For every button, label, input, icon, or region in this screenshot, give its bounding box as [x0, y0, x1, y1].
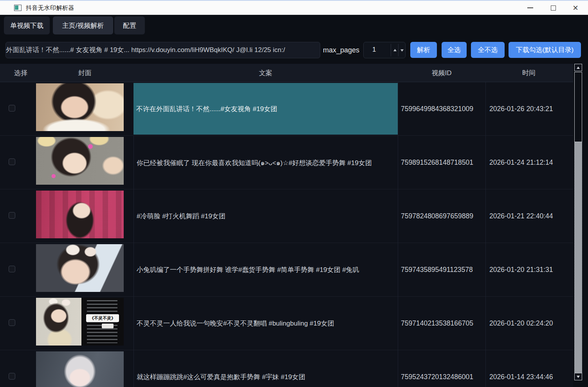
video-thumbnail[interactable] [36, 351, 124, 387]
titlebar: 抖音无水印解析器 × [0, 0, 588, 15]
video-id-cell[interactable]: 7595243720132486001 [398, 350, 485, 387]
row-checkbox[interactable] [9, 319, 15, 326]
video-thumbnail[interactable] [36, 137, 124, 185]
table-row: 《不灵不灵》 不灵不灵一人给我说一句晚安#不灵不灵翻唱 #bulingbulin… [0, 297, 573, 350]
close-icon: × [573, 3, 578, 13]
video-thumbnail[interactable] [36, 244, 124, 292]
time-cell[interactable]: 2026-01-21 22:40:44 [485, 189, 572, 243]
time-cell[interactable]: 2026-01-24 21:12:14 [485, 136, 572, 189]
video-id-cell[interactable]: 7598915268148718501 [398, 136, 485, 189]
video-thumbnail[interactable] [36, 191, 124, 238]
header-select: 选择 [5, 64, 36, 82]
video-id-cell[interactable]: 7597824808697659889 [398, 189, 485, 243]
time-cell[interactable]: 2026-01-14 23:44:46 [485, 350, 572, 387]
vertical-scrollbar[interactable] [573, 64, 588, 387]
max-pages-value: 1 [372, 46, 376, 54]
video-thumbnail[interactable] [36, 83, 124, 131]
close-button[interactable]: × [566, 1, 584, 15]
row-checkbox[interactable] [9, 158, 15, 165]
download-checked-button[interactable]: 下载勾选(默认目录) [509, 42, 581, 58]
window-title: 抖音无水印解析器 [26, 4, 74, 12]
tab-home-video-parse[interactable]: 主页/视频解析 [53, 16, 113, 34]
header-caption: 文案 [133, 64, 398, 82]
max-pages-spinner[interactable]: 1 [363, 42, 406, 58]
table-row: 你已经被我催眠了 现在你最喜欢我知道吗(๑>ᴗ<๑)☆#好想谈恋爱手势舞 #19… [0, 136, 573, 189]
app-window: 抖音无水印解析器 × 单视频下载 主页/视频解析 配置 外面乱讲话！不然....… [0, 0, 588, 387]
url-input-value: 外面乱讲话！不然......# 女友视角 # 19女... https://v.… [9, 42, 285, 58]
time-cell[interactable]: 2026-01-26 20:43:21 [485, 82, 572, 136]
tab-single-video-download[interactable]: 单视频下载 [4, 16, 50, 34]
scroll-down-icon [577, 376, 580, 378]
maximize-icon [551, 5, 556, 11]
scrollbar-thumb[interactable] [574, 72, 582, 142]
header-cover: 封面 [36, 64, 133, 82]
row-checkbox[interactable] [9, 373, 15, 380]
thumbnail-small-tag [102, 324, 114, 328]
caption-cell[interactable]: 不灵不灵一人给我说一句晚安#不灵不灵翻唱 #bulingbuling #19女团 [133, 297, 398, 350]
select-none-button[interactable]: 全不选 [471, 42, 505, 58]
caption-cell[interactable]: 就这样蹦蹦跳跳#这么可爱真是抱歉手势舞 #宇妹 #19女团 [133, 350, 398, 387]
thumbnail-left-half [36, 298, 81, 346]
maximize-button[interactable] [544, 1, 562, 15]
thumbnail-lyrics-panel: 《不灵不灵》 [81, 298, 124, 346]
spinner-down-icon[interactable] [400, 49, 404, 52]
app-icon [14, 5, 22, 11]
header-time: 时间 [485, 64, 572, 82]
video-id-cell[interactable]: 7599649984368321009 [398, 82, 485, 136]
video-table: 选择 封面 文案 视频ID 时间 不许在外面乱讲话！不然......#女友视角 … [0, 64, 588, 387]
caption-cell[interactable]: 小兔叽编了一个手势舞拼好舞 谁学#蠢货手势舞 #简单手势舞 #19女团 #兔叽 [133, 243, 398, 297]
minimize-icon [527, 7, 533, 8]
time-cell[interactable]: 2026-01-20 21:31:31 [485, 243, 572, 297]
caption-cell[interactable]: 你已经被我催眠了 现在你最喜欢我知道吗(๑>ᴗ<๑)☆#好想谈恋爱手势舞 #19… [133, 136, 398, 189]
scrollbar-up-button[interactable] [574, 64, 582, 71]
table-row: 小兔叽编了一个手势舞拼好舞 谁学#蠢货手势舞 #简单手势舞 #19女团 #兔叽 … [0, 243, 573, 297]
scroll-up-icon [577, 67, 580, 69]
spinner-up-icon[interactable] [393, 49, 397, 51]
spinner-divider [391, 44, 391, 56]
max-pages-label: max_pages [323, 46, 359, 54]
select-all-button[interactable]: 全选 [442, 42, 467, 58]
spinner-divider [398, 44, 399, 56]
row-checkbox[interactable] [9, 266, 15, 272]
header-video-id: 视频ID [398, 64, 485, 82]
url-input[interactable]: 外面乱讲话！不然......# 女友视角 # 19女... https://v.… [5, 42, 320, 58]
row-checkbox[interactable] [9, 212, 15, 219]
parse-button[interactable]: 解析 [410, 42, 437, 58]
table-row: 不许在外面乱讲话！不然......#女友视角 #19女团 75996499843… [0, 82, 573, 136]
video-thumbnail[interactable]: 《不灵不灵》 [36, 298, 124, 346]
table-row: 就这样蹦蹦跳跳#这么可爱真是抱歉手势舞 #宇妹 #19女团 7595243720… [0, 350, 573, 387]
scrollbar-track[interactable] [574, 142, 582, 373]
thumbnail-song-label: 《不灵不灵》 [86, 314, 119, 322]
scrollbar-down-button[interactable] [574, 373, 582, 380]
minimize-button[interactable] [521, 1, 539, 15]
table-row: #冷萌脸 #打火机舞蹈 #19女团 7597824808697659889 20… [0, 189, 573, 243]
caption-cell[interactable]: #冷萌脸 #打火机舞蹈 #19女团 [133, 189, 398, 243]
video-id-cell[interactable]: 7597435895491123578 [398, 243, 485, 297]
time-cell[interactable]: 2026-01-20 02:24:20 [485, 297, 572, 350]
caption-cell[interactable]: 不许在外面乱讲话！不然......#女友视角 #19女团 [133, 83, 398, 135]
tab-config[interactable]: 配置 [114, 16, 145, 34]
row-checkbox[interactable] [9, 105, 15, 112]
video-id-cell[interactable]: 7597140213538166705 [398, 297, 485, 350]
table-header: 选择 封面 文案 视频ID 时间 [0, 64, 573, 82]
